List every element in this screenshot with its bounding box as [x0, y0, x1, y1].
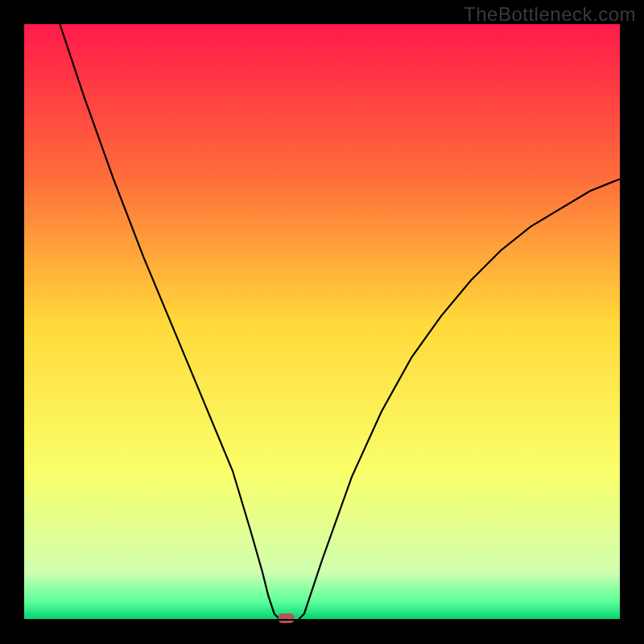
- bottleneck-chart: TheBottleneck.com: [0, 0, 644, 644]
- optimum-marker: [279, 613, 295, 623]
- chart-svg: [0, 0, 644, 644]
- plot-background: [24, 24, 620, 620]
- watermark-text: TheBottleneck.com: [464, 3, 636, 26]
